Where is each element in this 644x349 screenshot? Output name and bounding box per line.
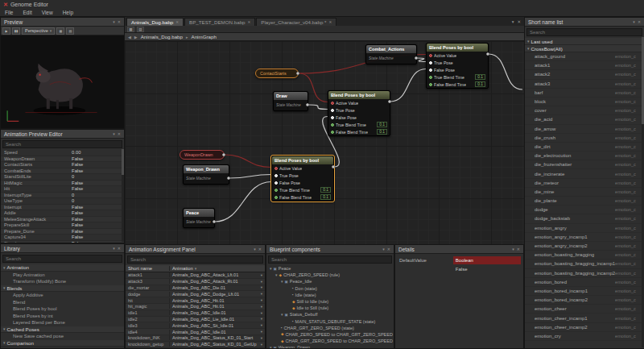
- pin-float-icon[interactable]: [429, 76, 432, 79]
- menu-file[interactable]: File: [0, 9, 18, 16]
- property-value[interactable]: False: [72, 222, 83, 227]
- short-name-row[interactable]: attack2emotion_c: [525, 70, 644, 79]
- forward-button[interactable]: ▶: [134, 35, 138, 39]
- pin-value[interactable]: 0.1: [377, 122, 387, 127]
- animation-cell[interactable]: Animals_Dog_ABC_Attack_Lft.01▾: [170, 272, 265, 277]
- table-row[interactable]: attack1Animals_Dog_ABC_Attack_Lft.01▾: [126, 272, 265, 279]
- node-blend_top[interactable]: Blend Poses by boolActive ValueTrue Pose…: [426, 43, 489, 89]
- close-icon[interactable]: ✕: [118, 246, 121, 251]
- component-row[interactable]: ▪Idle (state): [266, 292, 394, 298]
- library-category[interactable]: ▾Cached Poses: [1, 326, 124, 334]
- animation-cell[interactable]: Animals_Dog_ABC_Attack_Rt.01▾: [170, 279, 265, 284]
- pin-pose-icon[interactable]: [275, 174, 278, 177]
- short-name-row[interactable]: die_planteemotion_c: [525, 197, 644, 206]
- component-row[interactable]: ▾◆CHAR_ZERO_SPEED (rule): [266, 272, 394, 278]
- component-row[interactable]: ▾▣Status_Debuff: [266, 311, 394, 318]
- pin-float-icon[interactable]: [275, 189, 278, 192]
- component-row[interactable]: ◆CHAR_ZERO_SPEED to CHAR_GRT_ZERO_SPEED …: [266, 331, 394, 338]
- component-row[interactable]: ◆CHAR_GRT_ZERO_SPEED to CHAR_ZERO_SPEED …: [266, 338, 394, 344]
- property-row[interactable]: InterruptFalse: [1, 205, 124, 211]
- short-name-row[interactable]: emotion_angry_incamp2emotion_c: [525, 242, 644, 251]
- property-row[interactable]: MeleeStrangeAttackFalse: [1, 217, 124, 223]
- chevron-down-icon[interactable]: ▾: [270, 266, 272, 271]
- short-name-row[interactable]: emotion_angry_incamp1emotion_c: [525, 233, 644, 242]
- table-row[interactable]: idle4Animals_Dog_ABC_Idle.01▾: [126, 329, 265, 335]
- property-row[interactable]: ContactStartsFalse: [1, 162, 124, 168]
- library-item[interactable]: Blend: [1, 299, 124, 306]
- graph-settings-button[interactable]: ▤: [137, 27, 144, 32]
- table-row[interactable]: attack3Animals_Dog_ABC_Attack_Rt.01▾: [126, 279, 265, 285]
- preview-3d-viewport[interactable]: [1, 35, 124, 128]
- short-name-row[interactable]: die_incinerateemotion_c: [525, 169, 644, 178]
- node-combat_actions[interactable]: Combat_ActionsState Machine: [365, 44, 417, 64]
- property-value[interactable]: False: [72, 205, 83, 210]
- pin-bool-icon[interactable]: [331, 102, 334, 105]
- animation-cell[interactable]: Animals_Dog_ABC_Die.01▾: [170, 285, 265, 290]
- property-row[interactable]: HitFalse: [1, 186, 124, 193]
- component-row[interactable]: ◆Still to Idle (rule): [266, 298, 394, 305]
- short-name-row[interactable]: attack_groundemotion_c: [525, 52, 644, 61]
- short-name-row[interactable]: emotion_boasting_bragging_incamp1emotion…: [525, 260, 644, 268]
- search-input[interactable]: [2, 255, 122, 263]
- short-name-row[interactable]: emotion_boredemotion_c: [525, 278, 644, 287]
- pin-value[interactable]: 0.1: [377, 129, 387, 135]
- table-row[interactable]: die_mortarAnimals_Dog_ABC_Die.01▾: [126, 285, 265, 292]
- library-item[interactable]: Play Animation: [1, 272, 124, 279]
- short-name-row[interactable]: dodgeemotion_c: [525, 206, 644, 214]
- pause-button[interactable]: ▮▮: [12, 27, 20, 35]
- pin-float-icon[interactable]: [275, 196, 278, 199]
- pin-pose-icon[interactable]: [429, 69, 432, 72]
- output-pin[interactable]: [415, 56, 418, 60]
- chevron-down-icon[interactable]: ▾: [512, 19, 514, 24]
- table-row[interactable]: hitAnimals_Dog_ABC_Hit.01▾: [126, 297, 265, 304]
- library-item[interactable]: Transform (Modify) Bone: [1, 278, 124, 285]
- pin-pose-icon[interactable]: [275, 181, 278, 185]
- property-value[interactable]: False: [72, 181, 83, 185]
- property-value[interactable]: 0: [72, 198, 74, 203]
- anim-graph-canvas[interactable]: Combat_ActionsState MachineBlend Poses b…: [125, 41, 524, 244]
- node-blend_mid[interactable]: Blend Poses by boolActive ValueTrue Pose…: [328, 90, 390, 136]
- chevron-down-icon[interactable]: ▾: [261, 298, 262, 302]
- property-value[interactable]: 0.00: [72, 150, 80, 155]
- chevron-down-icon[interactable]: ▾: [261, 280, 262, 284]
- close-icon[interactable]: ✕: [118, 131, 121, 136]
- animation-cell[interactable]: Animals_Dog_ABC_Status_KD_01_GetUp▾: [170, 342, 265, 347]
- property-value[interactable]: False: [72, 217, 83, 222]
- pin-value[interactable]: 0.1: [320, 194, 331, 200]
- chevron-down-icon[interactable]: ▾: [261, 343, 262, 347]
- chevron-down-icon[interactable]: ▾: [633, 19, 635, 24]
- output-pin[interactable]: [388, 100, 391, 103]
- output-pin[interactable]: [486, 52, 489, 56]
- chevron-down-icon[interactable]: ▾: [261, 273, 262, 277]
- property-row[interactable]: Speed0.00: [1, 150, 124, 156]
- property-row[interactable]: PrepareSkillFalse: [1, 222, 124, 229]
- property-value[interactable]: False: [72, 186, 83, 191]
- short-name-row[interactable]: emotion_cheeremotion_c: [525, 305, 644, 314]
- chevron-down-icon[interactable]: ▾: [113, 19, 115, 24]
- chevron-down-icon[interactable]: ▾: [261, 323, 262, 327]
- property-value[interactable]: False: [72, 229, 83, 234]
- property-value[interactable]: 0: [72, 193, 74, 197]
- scrollbar[interactable]: [122, 149, 124, 242]
- grid-toggle-button[interactable]: ▦: [56, 27, 64, 35]
- pin-pose-icon[interactable]: [429, 61, 432, 64]
- pin-pose-icon[interactable]: [331, 109, 334, 112]
- short-name-row[interactable]: barfemotion_c: [525, 89, 644, 98]
- table-row[interactable]: idle2Animals_Dog_ABC_Lie_Idle.01▾: [126, 317, 265, 323]
- chevron-down-icon[interactable]: ▾: [261, 285, 262, 289]
- close-icon[interactable]: ✕: [248, 20, 251, 24]
- animation-cell[interactable]: Animals_Dog_ABC_Hit.01▾: [170, 298, 265, 303]
- short-name-row[interactable]: emotion_bored_incamp1emotion_c: [525, 287, 644, 296]
- property-row[interactable]: AddleFalse: [1, 210, 124, 217]
- search-input[interactable]: [2, 140, 122, 148]
- short-name-row[interactable]: attack1emotion_c: [525, 61, 644, 70]
- animation-cell[interactable]: Animals_Dog_ABC_Sit_Idle.01▾: [170, 323, 265, 328]
- library-item[interactable]: New Save cached pose: [1, 333, 124, 340]
- short-name-row[interactable]: die_mineemotion_c: [525, 188, 644, 197]
- short-name-row[interactable]: blockemotion_c: [525, 98, 644, 106]
- pin-float-icon[interactable]: [429, 83, 432, 86]
- chevron-down-icon[interactable]: ▾: [512, 247, 514, 251]
- short-name-row[interactable]: emotion_boasting_braggingemotion_c: [525, 251, 644, 260]
- pin-float-icon[interactable]: [331, 131, 334, 134]
- short-name-row[interactable]: die_acidemotion_c: [525, 115, 644, 124]
